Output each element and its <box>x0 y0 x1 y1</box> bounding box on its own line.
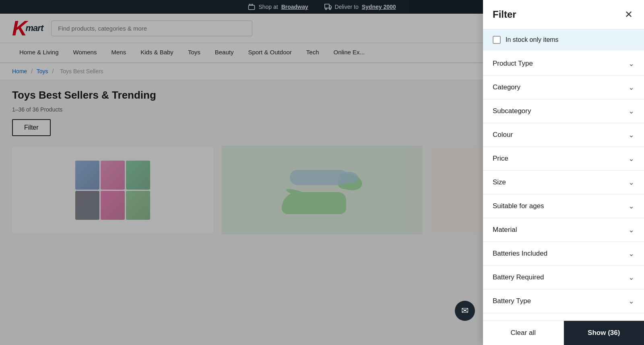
filter-item-category-header[interactable]: Category ⌄ <box>483 76 644 99</box>
filter-item-price-header[interactable]: Price ⌄ <box>483 147 644 170</box>
filter-item-batteries-included-header[interactable]: Batteries Included ⌄ <box>483 242 644 244</box>
chevron-down-icon-ages: ⌄ <box>628 202 634 211</box>
filter-item-material[interactable]: Material ⌄ <box>483 218 644 242</box>
filter-item-price[interactable]: Price ⌄ <box>483 147 644 171</box>
in-stock-checkbox[interactable] <box>493 36 501 44</box>
filter-item-colour[interactable]: Colour ⌄ <box>483 123 644 147</box>
filter-item-product-type-label: Product Type <box>493 60 533 68</box>
filter-item-category-label: Category <box>493 83 520 91</box>
filter-body: In stock only items Product Type ⌄ Categ… <box>483 29 644 244</box>
filter-item-size-label: Size <box>493 178 506 186</box>
filter-item-subcategory-header[interactable]: Subcategory ⌄ <box>483 99 644 123</box>
chevron-down-icon-colour: ⌄ <box>628 130 634 139</box>
filter-item-price-label: Price <box>493 155 508 163</box>
filter-item-suitable-ages-label: Suitable for ages <box>493 202 544 210</box>
in-stock-filter-row[interactable]: In stock only items <box>483 29 644 50</box>
filter-item-product-type[interactable]: Product Type ⌄ <box>483 52 644 76</box>
filter-panel-title: Filter <box>493 9 516 20</box>
chevron-down-icon-category: ⌄ <box>628 83 634 92</box>
chevron-down-icon-price: ⌄ <box>628 154 634 163</box>
filter-item-size-header[interactable]: Size ⌄ <box>483 171 644 194</box>
filter-item-product-type-header[interactable]: Product Type ⌄ <box>483 52 644 75</box>
filter-close-button[interactable]: ✕ <box>623 8 634 21</box>
filter-item-subcategory[interactable]: Subcategory ⌄ <box>483 99 644 123</box>
chevron-down-icon-material: ⌄ <box>628 225 634 234</box>
chevron-down-icon-size: ⌄ <box>628 178 634 187</box>
filter-item-subcategory-label: Subcategory <box>493 107 531 115</box>
filter-panel: Filter ✕ In stock only items Product Typ… <box>483 0 644 244</box>
filter-item-category[interactable]: Category ⌄ <box>483 76 644 99</box>
in-stock-label: In stock only items <box>506 36 559 43</box>
filter-item-material-label: Material <box>493 226 517 234</box>
filter-item-batteries-included[interactable]: Batteries Included ⌄ <box>483 242 644 244</box>
chevron-down-icon-product-type: ⌄ <box>628 59 634 68</box>
filter-header: Filter ✕ <box>483 0 644 29</box>
filter-item-suitable-ages[interactable]: Suitable for ages ⌄ <box>483 194 644 218</box>
filter-item-size[interactable]: Size ⌄ <box>483 171 644 194</box>
filter-item-suitable-ages-header[interactable]: Suitable for ages ⌄ <box>483 194 644 218</box>
filter-item-colour-label: Colour <box>493 131 513 139</box>
filter-item-material-header[interactable]: Material ⌄ <box>483 218 644 242</box>
filter-item-colour-header[interactable]: Colour ⌄ <box>483 123 644 147</box>
chevron-down-icon-subcategory: ⌄ <box>628 107 634 116</box>
